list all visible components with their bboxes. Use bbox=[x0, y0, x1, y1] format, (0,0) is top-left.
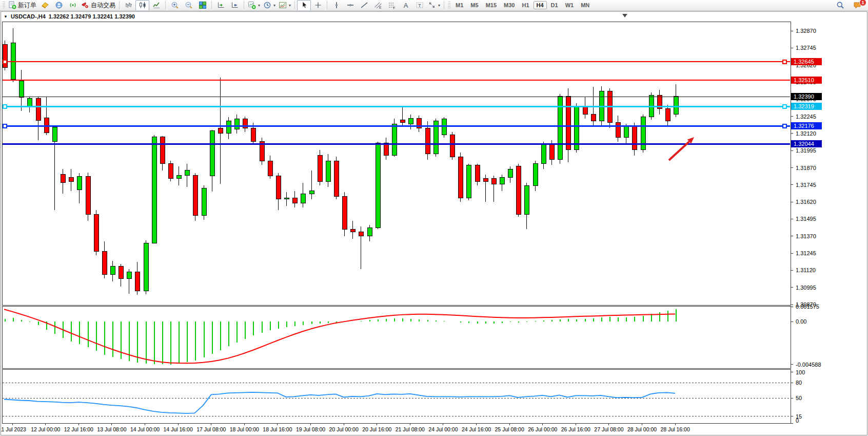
macd-axis-label: -0.004588 bbox=[796, 362, 821, 368]
auto-trading-button[interactable]: 自动交易 bbox=[80, 0, 117, 11]
tile-windows-button[interactable] bbox=[195, 0, 209, 11]
time-axis-label: 14 Jul 00:00 bbox=[130, 426, 160, 432]
candle bbox=[318, 150, 322, 185]
candle bbox=[607, 88, 612, 128]
channel-button[interactable]: E bbox=[371, 0, 385, 11]
timeframe-button-d1[interactable]: D1 bbox=[548, 1, 561, 9]
candle bbox=[466, 164, 471, 201]
line-handle[interactable] bbox=[783, 124, 786, 128]
new-order-icon bbox=[8, 1, 16, 9]
indicators-button[interactable]: ▾ bbox=[246, 0, 262, 11]
toolbar-separator bbox=[119, 1, 120, 9]
price-tick-label: 1.31620 bbox=[796, 199, 816, 205]
fibonacci-button[interactable]: F bbox=[385, 0, 399, 11]
timeframe-button-w1[interactable]: W1 bbox=[562, 1, 577, 9]
timeframe-button-m15[interactable]: M15 bbox=[483, 1, 500, 9]
line-handle[interactable] bbox=[3, 105, 7, 108]
time-axis-label: 18 Jul 00:00 bbox=[230, 426, 259, 432]
candle bbox=[193, 173, 198, 221]
metaeditor-button[interactable] bbox=[38, 0, 52, 11]
candle bbox=[574, 103, 579, 153]
line-handle[interactable] bbox=[3, 60, 7, 64]
auto-trading-button-label: 自动交易 bbox=[91, 1, 115, 10]
arrows-button[interactable]: ▾ bbox=[426, 0, 442, 11]
time-axis-label: 11 Jul 2023 bbox=[1, 426, 26, 432]
zoom-in-button[interactable] bbox=[168, 0, 182, 11]
trendline-button[interactable] bbox=[357, 0, 371, 11]
fibonacci-icon: F bbox=[388, 1, 396, 9]
line-handle[interactable] bbox=[3, 124, 7, 128]
dropdown-caret-icon: ▾ bbox=[258, 3, 260, 8]
timeframe-button-h4[interactable]: H4 bbox=[534, 1, 547, 9]
candle bbox=[442, 117, 446, 138]
new-order-button[interactable]: 新订单 bbox=[7, 0, 38, 11]
time-axis-label: 26 Jul 16:00 bbox=[561, 426, 590, 432]
horizontal-line-icon bbox=[346, 1, 354, 9]
signals-button[interactable] bbox=[66, 0, 80, 11]
horizontal-line-button[interactable] bbox=[343, 0, 357, 11]
line-handle[interactable] bbox=[783, 105, 786, 108]
trendline-icon bbox=[360, 1, 368, 9]
bar-chart-button[interactable] bbox=[122, 0, 135, 11]
candle bbox=[641, 115, 645, 153]
timeframe-button-h1[interactable]: H1 bbox=[519, 1, 532, 9]
chart-shift-button[interactable] bbox=[228, 0, 242, 11]
line-handle[interactable] bbox=[783, 60, 786, 64]
candle bbox=[516, 164, 521, 217]
candle bbox=[433, 119, 438, 157]
periods-icon bbox=[263, 1, 271, 9]
auto-trading-icon bbox=[81, 1, 89, 9]
crosshair-button[interactable] bbox=[311, 0, 325, 11]
candle bbox=[152, 135, 156, 244]
cursor-button[interactable] bbox=[297, 0, 311, 11]
time-axis-label: 20 Jul 16:00 bbox=[362, 426, 391, 432]
timeframe-button-m30[interactable]: M30 bbox=[501, 1, 518, 9]
candlestick-chart-button[interactable] bbox=[135, 0, 149, 11]
auto-scroll-button[interactable] bbox=[214, 0, 228, 11]
chart-canvas: 1.328701.327451.326201.324951.323701.322… bbox=[1, 12, 867, 435]
periods-button[interactable]: ▾ bbox=[262, 0, 277, 11]
price-line-label: 1.32176 bbox=[794, 123, 814, 129]
candle bbox=[144, 240, 148, 294]
auto-scroll-icon bbox=[217, 1, 225, 9]
channel-icon: E bbox=[374, 1, 382, 9]
toolbar-separator bbox=[165, 1, 166, 9]
community-button[interactable] bbox=[52, 0, 66, 11]
time-axis-label: 14 Jul 16:00 bbox=[164, 426, 193, 432]
text-button[interactable]: A bbox=[399, 0, 412, 11]
notifications-button[interactable]: 1 bbox=[850, 0, 864, 11]
candle bbox=[392, 119, 397, 157]
timeframe-button-m1[interactable]: M1 bbox=[452, 1, 466, 9]
chart-shift-icon bbox=[231, 1, 239, 9]
templates-icon bbox=[279, 1, 287, 9]
text-label-icon: T bbox=[416, 1, 424, 9]
svg-text:T: T bbox=[418, 3, 421, 8]
toolbar-separator bbox=[211, 1, 212, 9]
candle bbox=[450, 132, 455, 159]
rsi-axis-label: 80 bbox=[796, 380, 802, 386]
search-button[interactable] bbox=[833, 0, 847, 11]
text-label-button[interactable]: T bbox=[412, 0, 426, 11]
time-axis-label: 26 Jul 00:00 bbox=[528, 426, 557, 432]
zoom-out-icon bbox=[185, 1, 193, 9]
bar-chart-icon bbox=[125, 1, 133, 9]
candle bbox=[558, 94, 562, 164]
time-axis-label: 21 Jul 08:00 bbox=[396, 426, 425, 432]
toolbar-grip bbox=[3, 2, 5, 9]
time-axis-label: 27 Jul 08:00 bbox=[594, 426, 623, 432]
community-icon bbox=[55, 1, 63, 9]
vertical-line-button[interactable] bbox=[329, 0, 343, 11]
time-axis-label: 24 Jul 00:00 bbox=[428, 426, 458, 432]
zoom-out-button[interactable] bbox=[182, 0, 195, 11]
timeframe-button-m5[interactable]: M5 bbox=[467, 1, 481, 9]
rsi-axis-label: 100 bbox=[796, 369, 805, 375]
new-order-button-label: 新订单 bbox=[18, 1, 36, 10]
templates-button[interactable]: ▾ bbox=[277, 0, 292, 11]
line-chart-button[interactable] bbox=[149, 0, 163, 11]
svg-text:F: F bbox=[393, 6, 395, 10]
indicators-icon bbox=[248, 1, 256, 9]
timeframe-button-mn[interactable]: MN bbox=[578, 1, 593, 9]
rsi-axis-label: 0 bbox=[796, 418, 799, 424]
toolbar-separator bbox=[327, 1, 327, 9]
price-line-label: 1.32390 bbox=[794, 93, 814, 100]
